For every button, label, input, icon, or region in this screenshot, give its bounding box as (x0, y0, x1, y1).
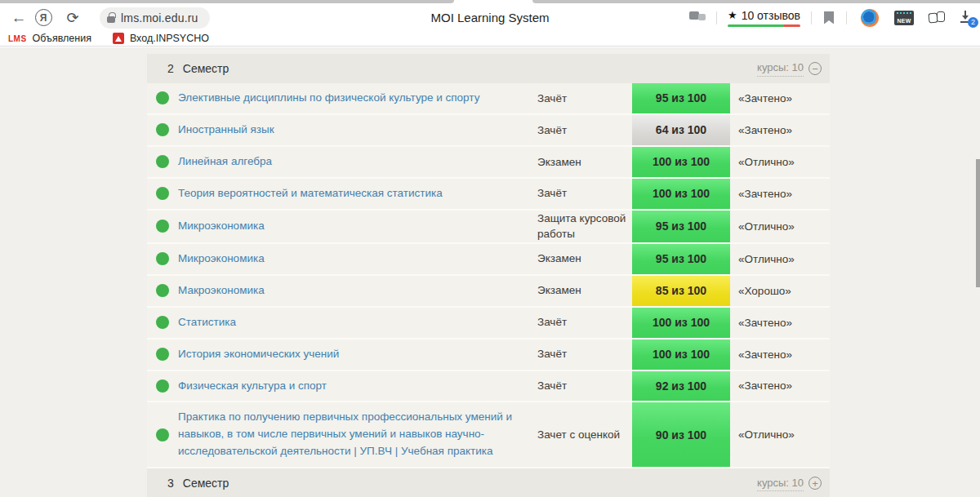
reviews-rating-button[interactable]: ★ 10 отзывов (728, 9, 800, 27)
grade-text: «Хорошо» (730, 276, 830, 306)
course-link[interactable]: Иностранный язык (178, 122, 274, 139)
toolbar-right-icons: ★ 10 отзывов NEW 2 (684, 4, 980, 31)
bookmark-label: Объявления (33, 33, 91, 44)
course-name-cell: История экономических учений (178, 339, 537, 370)
score-badge: 64 из 100 (632, 115, 730, 145)
course-link[interactable]: Статистика (178, 314, 236, 331)
exam-type: Экзамен (537, 276, 632, 306)
status-cell (147, 402, 178, 467)
course-link[interactable]: Микроэкономика (178, 251, 265, 268)
course-link[interactable]: Микроэкономика (178, 218, 265, 235)
tabstrip-segment (532, 0, 980, 3)
semester-label: Семестр (183, 477, 229, 490)
course-name-cell: Микроэкономика (178, 244, 537, 274)
tab-title-text[interactable]: MOI Learning System (430, 11, 549, 24)
status-cell (147, 308, 178, 338)
status-dot-icon (156, 284, 169, 297)
browser-chrome: ← Я ⟳ lms.moi.edu.ru MOI Learning System… (0, 0, 980, 47)
expand-icon[interactable]: + (808, 477, 822, 490)
grade-text: «Зачтено» (730, 115, 830, 145)
yandex-home-button[interactable]: Я (31, 7, 56, 29)
status-cell (147, 339, 178, 370)
status-dot-icon (156, 220, 169, 233)
course-link[interactable]: Линейная алгебра (178, 153, 272, 171)
course-link[interactable]: Физическая культура и спорт (178, 378, 327, 395)
table-row: Линейная алгебраЭкзамен100 из 100«Отличн… (147, 147, 830, 179)
back-icon[interactable]: ← (7, 7, 31, 29)
course-link[interactable]: Элективные дисциплины по физической куль… (178, 90, 479, 107)
status-cell (147, 371, 178, 402)
course-name-cell: Микроэкономика (178, 211, 537, 242)
address-bar[interactable]: lms.moi.edu.ru (100, 7, 210, 29)
course-link[interactable]: Практика по получению первичных професси… (178, 409, 529, 460)
divider (811, 11, 812, 24)
download-count-badge: 2 (968, 17, 978, 28)
course-name-cell: Статистика (178, 308, 537, 338)
collections-icon[interactable] (929, 11, 945, 24)
yandex-logo-icon: Я (35, 9, 52, 26)
bookmark-icon[interactable] (824, 11, 834, 24)
star-icon: ★ (728, 9, 737, 21)
status-cell (147, 211, 178, 242)
course-name-cell: Теория вероятностей и математическая ста… (178, 179, 537, 209)
semester-label: Семестр (183, 62, 229, 75)
exam-type: Зачет с оценкой (537, 402, 632, 467)
course-rows: Элективные дисциплины по физической куль… (147, 83, 830, 468)
chat-icon[interactable] (689, 11, 706, 24)
table-row: Элективные дисциплины по физической куль… (147, 83, 830, 115)
course-name-cell: Практика по получению первичных професси… (178, 402, 537, 467)
course-name-cell: Линейная алгебра (178, 147, 537, 177)
exam-type: Зачёт (537, 115, 632, 145)
exam-type: Экзамен (537, 147, 632, 177)
courses-count-link[interactable]: курсы: 10 (757, 60, 804, 76)
new-feature-icon[interactable]: NEW (894, 11, 914, 25)
status-dot-icon (156, 123, 169, 136)
reviews-label: 10 отзывов (742, 9, 800, 22)
page-scrollbar-thumb[interactable] (976, 159, 980, 287)
status-dot-icon (156, 348, 169, 361)
page-content: 2 Семестр курсы: 10 − Элективные дисципл… (0, 47, 980, 497)
course-link[interactable]: Теория вероятностей и математическая ста… (178, 185, 443, 202)
tabstrip-segment (0, 0, 454, 3)
score-badge: 90 из 100 (632, 402, 730, 467)
table-row: СтатистикаЗачёт100 из 100«Зачтено» (147, 308, 830, 339)
grade-text: «Отлично» (730, 244, 830, 274)
exam-type: Зачёт (537, 179, 632, 209)
score-badge: 95 из 100 (632, 244, 730, 274)
score-badge: 95 из 100 (632, 83, 730, 113)
grades-table: 2 Семестр курсы: 10 − Элективные дисципл… (147, 54, 830, 497)
grade-text: «Зачтено» (730, 339, 830, 370)
url-text: lms.moi.edu.ru (121, 11, 198, 24)
score-badge: 100 из 100 (632, 308, 730, 338)
courses-count-link[interactable]: курсы: 10 (757, 476, 804, 491)
downloads-icon[interactable]: 2 (959, 10, 975, 26)
browser-toolbar: ← Я ⟳ lms.moi.edu.ru MOI Learning System… (0, 4, 980, 31)
status-dot-icon (156, 316, 169, 329)
divider (846, 11, 847, 24)
status-cell (147, 276, 178, 306)
lock-icon (107, 16, 115, 23)
table-row: МикроэкономикаЭкзамен95 из 100«Отлично» (147, 244, 830, 276)
semester-3-header[interactable]: 3 Семестр курсы: 10 + (147, 468, 830, 497)
grade-text: «Отлично» (730, 211, 830, 242)
bookmark-item-inpsycho[interactable]: Вход.INPSYCHO (113, 31, 209, 46)
status-dot-icon (156, 379, 169, 393)
status-dot-icon (156, 252, 169, 265)
collapse-icon[interactable]: − (808, 62, 822, 75)
score-badge: 100 из 100 (632, 179, 730, 209)
table-row: Практика по получению первичных професси… (147, 402, 830, 468)
exam-type: Защита курсовой работы (537, 211, 632, 242)
grade-text: «Отлично» (730, 147, 830, 177)
bookmark-item-announcements[interactable]: LMS Объявления (8, 31, 91, 46)
semester-number: 3 (167, 477, 174, 490)
course-link[interactable]: Макроэкономика (178, 282, 265, 300)
grade-text: «Зачтено» (730, 83, 830, 113)
score-badge: 95 из 100 (632, 211, 730, 242)
browser-profile-icon[interactable] (861, 9, 879, 27)
grade-text: «Отлично» (730, 402, 830, 467)
course-link[interactable]: История экономических учений (178, 346, 339, 363)
status-dot-icon (156, 187, 169, 200)
score-badge: 92 из 100 (632, 371, 730, 402)
semester-2-header[interactable]: 2 Семестр курсы: 10 − (147, 54, 830, 83)
refresh-icon[interactable]: ⟳ (60, 7, 85, 29)
